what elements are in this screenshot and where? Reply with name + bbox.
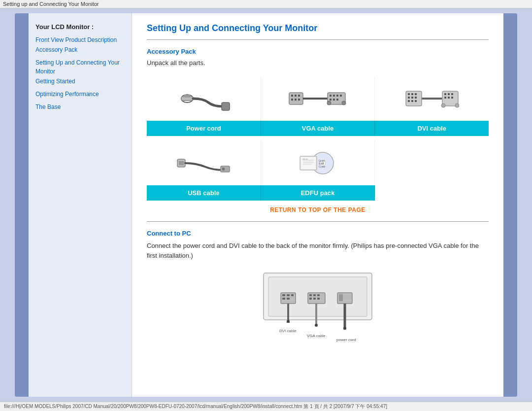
connect-diagram: DVI cable VGA cable power cord bbox=[147, 268, 489, 347]
row2-labels: USB cable EDFU pack bbox=[147, 185, 489, 201]
svg-point-39 bbox=[441, 103, 445, 107]
svg-rect-36 bbox=[444, 97, 446, 99]
connection-diagram-svg: DVI cable VGA cable power cord bbox=[254, 268, 382, 347]
title-bar-text: Setting up and Connecting Your Monitor bbox=[3, 1, 99, 7]
svg-rect-27 bbox=[411, 97, 413, 99]
power-cord-icon bbox=[176, 84, 231, 113]
svg-rect-7 bbox=[295, 95, 297, 97]
svg-rect-17 bbox=[333, 99, 335, 101]
sidebar: Your LCD Monitor : Front View Product De… bbox=[29, 13, 132, 397]
power-cord-image-box bbox=[147, 76, 261, 121]
svg-rect-70 bbox=[317, 294, 320, 296]
svg-rect-72 bbox=[313, 298, 316, 300]
main-content: Setting Up and Connecting Your Monitor A… bbox=[132, 13, 503, 397]
svg-text:DVI cable: DVI cable bbox=[279, 329, 297, 333]
sidebar-group-4: The Base bbox=[35, 103, 125, 111]
svg-rect-9 bbox=[291, 99, 293, 101]
svg-rect-11 bbox=[298, 99, 300, 101]
usb-cable-label: USB cable bbox=[147, 185, 261, 201]
svg-rect-35 bbox=[451, 93, 453, 95]
sidebar-group-1: Front View Product Description Accessory… bbox=[35, 35, 125, 54]
vga-cable-icon bbox=[288, 84, 347, 113]
svg-rect-23 bbox=[408, 93, 410, 95]
svg-rect-60 bbox=[282, 294, 285, 296]
row2-images: Quick Start Guide cdrom bbox=[147, 141, 489, 185]
svg-rect-42 bbox=[179, 161, 184, 165]
svg-rect-69 bbox=[313, 294, 316, 296]
svg-point-83 bbox=[343, 327, 346, 330]
svg-rect-73 bbox=[317, 298, 320, 300]
left-stripe bbox=[15, 13, 29, 397]
svg-rect-29 bbox=[408, 100, 410, 102]
svg-rect-3 bbox=[187, 95, 190, 98]
right-stripe bbox=[503, 13, 517, 397]
svg-rect-37 bbox=[448, 97, 450, 99]
sidebar-link-accessory-pack[interactable]: Accessory Pack bbox=[35, 45, 125, 54]
svg-rect-30 bbox=[411, 100, 413, 102]
power-cord-label: Power cord bbox=[147, 121, 261, 136]
connect-heading: Connect to PC bbox=[147, 230, 489, 237]
svg-point-21 bbox=[342, 101, 346, 105]
usb-cable-image-box bbox=[147, 141, 261, 185]
svg-rect-38 bbox=[451, 97, 453, 99]
edfu-icon: Quick Start Guide cdrom bbox=[293, 148, 342, 178]
svg-rect-24 bbox=[411, 93, 413, 95]
page-heading: Setting Up and Connecting Your Monitor bbox=[147, 23, 489, 34]
connect-section: Connect to PC Connect the power cord and… bbox=[147, 230, 489, 347]
vga-cable-image-box bbox=[261, 76, 375, 121]
svg-rect-64 bbox=[287, 298, 290, 300]
svg-rect-14 bbox=[333, 95, 335, 97]
sidebar-link-front-view[interactable]: Front View Product Description bbox=[35, 35, 125, 44]
svg-point-20 bbox=[327, 101, 331, 105]
svg-point-82 bbox=[315, 324, 318, 327]
edfu-image-box: Quick Start Guide cdrom bbox=[261, 141, 375, 185]
sidebar-link-optimizing[interactable]: Optimizing Performance bbox=[35, 90, 125, 99]
svg-rect-68 bbox=[309, 294, 312, 296]
title-bar: Setting up and Connecting Your Monitor bbox=[0, 0, 532, 8]
return-to-top-link[interactable]: RETURN TO TOP OF THE PAGE bbox=[147, 206, 489, 213]
svg-text:cdrom: cdrom bbox=[302, 158, 308, 160]
svg-rect-15 bbox=[336, 95, 338, 97]
top-divider bbox=[147, 39, 489, 40]
status-bar: file:///H|/OEM MODELS/Philips 2007/CD Ma… bbox=[0, 402, 532, 411]
svg-rect-61 bbox=[287, 294, 290, 296]
svg-rect-43 bbox=[221, 166, 230, 172]
svg-rect-13 bbox=[330, 95, 332, 97]
row1-labels: Power cord VGA cable DVI cable bbox=[147, 121, 489, 136]
svg-text:power cord: power cord bbox=[336, 338, 356, 342]
svg-rect-63 bbox=[282, 298, 285, 300]
svg-rect-34 bbox=[448, 93, 450, 95]
svg-rect-1 bbox=[181, 97, 193, 101]
empty-image-box bbox=[375, 141, 489, 185]
svg-rect-16 bbox=[330, 99, 332, 101]
status-bar-text: file:///H|/OEM MODELS/Philips 2007/CD Ma… bbox=[4, 404, 387, 409]
intro-text: Unpack all the parts. bbox=[147, 59, 489, 67]
dvi-cable-icon bbox=[405, 84, 459, 113]
svg-rect-31 bbox=[415, 100, 417, 102]
svg-rect-18 bbox=[336, 99, 338, 101]
mid-divider bbox=[147, 221, 489, 222]
edfu-pack-label: EDFU pack bbox=[261, 185, 375, 201]
sidebar-link-base[interactable]: The Base bbox=[35, 103, 125, 111]
svg-rect-62 bbox=[291, 294, 294, 296]
sidebar-group-3: Optimizing Performance bbox=[35, 90, 125, 99]
svg-rect-4 bbox=[222, 103, 230, 110]
sidebar-title: Your LCD Monitor : bbox=[35, 23, 125, 31]
svg-rect-6 bbox=[291, 95, 293, 97]
sidebar-group-2: Setting Up and Connecting Your Monitor G… bbox=[35, 58, 125, 86]
svg-point-40 bbox=[455, 103, 459, 107]
empty-label-cell bbox=[375, 185, 489, 201]
dvi-cable-image-box bbox=[375, 76, 489, 121]
svg-rect-76 bbox=[339, 294, 343, 301]
accessory-pack-section: Accessory Pack Unpack all the parts. bbox=[147, 48, 489, 201]
sidebar-link-getting-started[interactable]: Getting Started bbox=[35, 77, 125, 86]
svg-point-81 bbox=[287, 320, 290, 323]
svg-rect-33 bbox=[444, 93, 446, 95]
svg-rect-28 bbox=[415, 97, 417, 99]
row1-images bbox=[147, 76, 489, 121]
sidebar-link-setting-up[interactable]: Setting Up and Connecting Your Monitor bbox=[35, 58, 125, 76]
svg-rect-44 bbox=[222, 168, 225, 171]
svg-rect-26 bbox=[408, 97, 410, 99]
usb-cable-icon bbox=[176, 148, 231, 178]
accessory-pack-heading: Accessory Pack bbox=[147, 48, 489, 55]
